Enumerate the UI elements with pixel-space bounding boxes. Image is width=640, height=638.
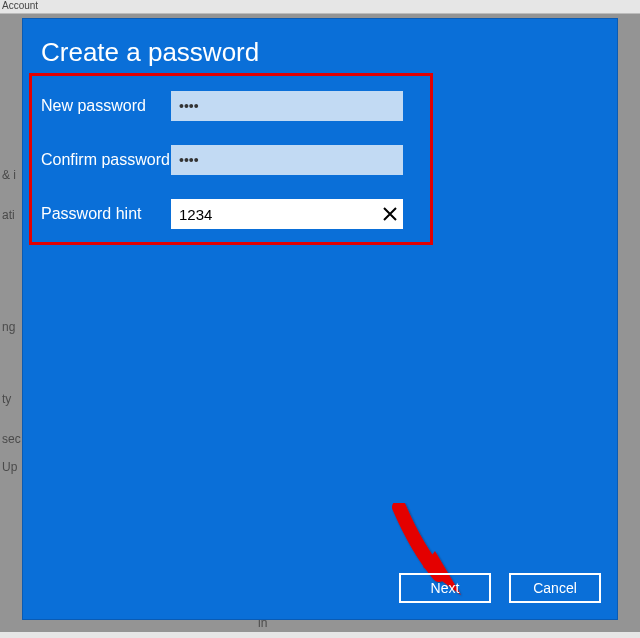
next-button[interactable]: Next: [399, 573, 491, 603]
password-hint-label: Password hint: [41, 205, 171, 223]
password-hint-input[interactable]: [171, 199, 377, 229]
password-hint-row: Password hint: [41, 199, 403, 229]
dialog-button-row: Next Cancel: [399, 573, 601, 603]
confirm-password-label: Confirm password: [41, 151, 171, 169]
create-password-dialog: Create a password New password Confirm p…: [22, 18, 618, 620]
confirm-password-row: Confirm password: [41, 145, 403, 175]
bg-header-account: Account: [0, 0, 640, 14]
new-password-input[interactable]: [171, 91, 403, 121]
dialog-title: Create a password: [41, 37, 259, 68]
cancel-button[interactable]: Cancel: [509, 573, 601, 603]
new-password-row: New password: [41, 91, 403, 121]
clear-input-icon[interactable]: [377, 199, 403, 229]
new-password-label: New password: [41, 97, 171, 115]
confirm-password-input[interactable]: [171, 145, 403, 175]
